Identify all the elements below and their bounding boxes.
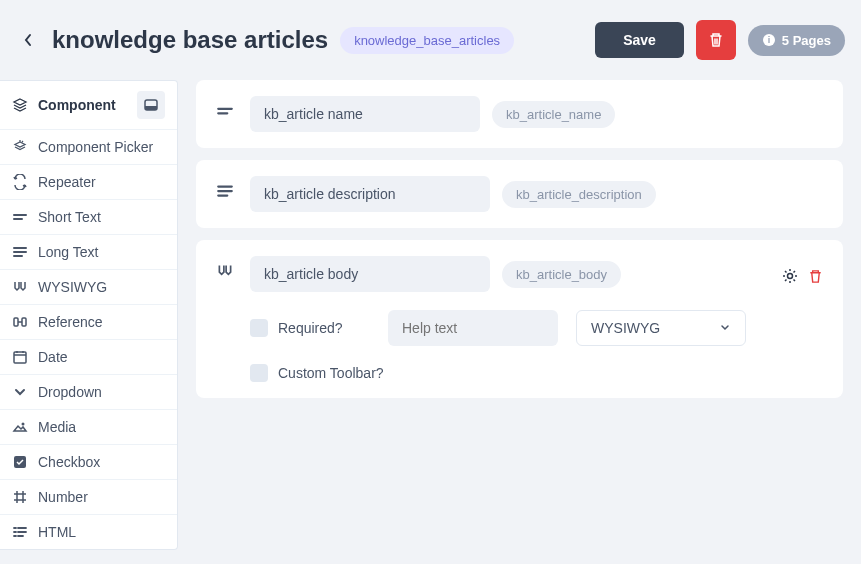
sidebar-item-long-text[interactable]: Long Text	[0, 235, 177, 270]
pages-button[interactable]: i 5 Pages	[748, 25, 845, 56]
back-button[interactable]	[16, 28, 40, 52]
sidebar-item-label: Repeater	[38, 174, 96, 190]
svg-text:i: i	[768, 35, 771, 45]
sidebar-item-number[interactable]: Number	[0, 480, 177, 515]
sidebar-panel-toggle[interactable]	[137, 91, 165, 119]
sidebar-item-label: Date	[38, 349, 68, 365]
svg-point-9	[788, 274, 793, 279]
required-label: Required?	[278, 320, 343, 336]
panel-icon	[144, 99, 158, 111]
sidebar-item-label: Long Text	[38, 244, 98, 260]
field-slug-badge: kb_article_name	[492, 101, 615, 128]
info-icon: i	[762, 33, 776, 47]
sidebar-item-short-text[interactable]: Short Text	[0, 200, 177, 235]
sidebar-item-label: WYSIWYG	[38, 279, 107, 295]
sidebar-header: Component	[0, 81, 177, 130]
sidebar-item-label: Checkbox	[38, 454, 100, 470]
date-icon	[12, 349, 28, 365]
field-card-expanded: kb_article_body	[196, 240, 843, 398]
field-name-input[interactable]	[250, 96, 480, 132]
page-title: knowledge base articles	[52, 26, 328, 54]
media-icon	[12, 419, 28, 435]
svg-rect-3	[145, 106, 157, 110]
gear-icon	[782, 268, 798, 284]
field-slug-badge: kb_article_body	[502, 261, 621, 288]
trash-icon	[808, 269, 823, 284]
save-button[interactable]: Save	[595, 22, 684, 58]
sidebar-item-label: Dropdown	[38, 384, 102, 400]
field-types-sidebar: Component Component Picker Repeater Shor…	[0, 80, 178, 550]
wysiwyg-icon	[12, 279, 28, 295]
svg-rect-4	[14, 318, 18, 326]
trash-icon	[708, 32, 724, 48]
sidebar-item-date[interactable]: Date	[0, 340, 177, 375]
field-settings-button[interactable]	[782, 268, 798, 284]
field-card: kb_article_description	[196, 160, 843, 228]
required-checkbox[interactable]	[250, 319, 268, 337]
wysiwyg-icon	[216, 262, 234, 280]
custom-toolbar-checkbox[interactable]	[250, 364, 268, 382]
sidebar-item-reference[interactable]: Reference	[0, 305, 177, 340]
number-icon	[12, 489, 28, 505]
sidebar-item-html[interactable]: HTML	[0, 515, 177, 549]
field-slug-badge: kb_article_description	[502, 181, 656, 208]
field-name-input[interactable]	[250, 256, 490, 292]
sidebar-item-wysiwyg[interactable]: WYSIWYG	[0, 270, 177, 305]
sidebar-item-label: Number	[38, 489, 88, 505]
chevron-down-icon	[719, 322, 731, 334]
custom-toolbar-label: Custom Toolbar?	[278, 365, 384, 381]
field-delete-button[interactable]	[808, 269, 823, 284]
delete-button[interactable]	[696, 20, 736, 60]
layers-icon	[12, 97, 28, 113]
sidebar-item-component-picker[interactable]: Component Picker	[0, 130, 177, 165]
sidebar-item-dropdown[interactable]: Dropdown	[0, 375, 177, 410]
long-text-icon	[12, 244, 28, 260]
short-text-icon	[12, 209, 28, 225]
sidebar-item-label: Component Picker	[38, 139, 153, 155]
reference-icon	[12, 314, 28, 330]
sidebar-item-label: Short Text	[38, 209, 101, 225]
sidebar-item-checkbox[interactable]: Checkbox	[0, 445, 177, 480]
sidebar-item-label: HTML	[38, 524, 76, 540]
html-icon	[12, 524, 28, 540]
field-name-input[interactable]	[250, 176, 490, 212]
sidebar-item-label: Media	[38, 419, 76, 435]
collection-slug-badge: knowledge_base_articles	[340, 27, 514, 54]
long-text-icon	[216, 182, 234, 200]
sidebar-item-media[interactable]: Media	[0, 410, 177, 445]
svg-rect-5	[22, 318, 26, 326]
help-text-input[interactable]	[388, 310, 558, 346]
sidebar-item-repeater[interactable]: Repeater	[0, 165, 177, 200]
component-picker-icon	[12, 139, 28, 155]
svg-rect-6	[14, 352, 26, 363]
short-text-icon	[216, 102, 234, 120]
chevron-left-icon	[23, 33, 33, 47]
svg-point-7	[22, 423, 25, 426]
repeater-icon	[12, 174, 28, 190]
field-card: kb_article_name	[196, 80, 843, 148]
dropdown-icon	[12, 384, 28, 400]
sidebar-item-label: Reference	[38, 314, 103, 330]
field-type-select[interactable]: WYSIWYG	[576, 310, 746, 346]
checkbox-icon	[12, 454, 28, 470]
